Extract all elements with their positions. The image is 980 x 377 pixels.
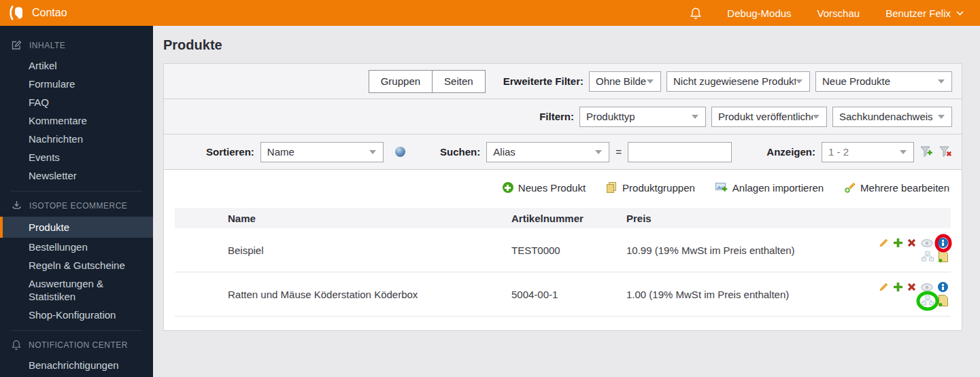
sidebar-item-faq[interactable]: FAQ — [0, 93, 153, 111]
products-table: Name Artikelnummer Preis Beispiel TEST00… — [164, 205, 962, 330]
sort-group: Sortieren: Name — [206, 142, 405, 162]
filter-row: Filtern: Produkttyp Produkt veröffentlic… — [164, 99, 962, 134]
info-icon[interactable] — [938, 238, 948, 248]
sidebar-item-nachrichten[interactable]: Nachrichten — [0, 130, 153, 148]
sidebar: INHALTE Artikel Formulare FAQ Kommentare… — [0, 26, 153, 377]
sidebar-item-gateways[interactable]: Gateways — [0, 374, 153, 377]
advanced-filter-row: Gruppen Seiten Erweiterte Filter: Ohne B… — [164, 64, 962, 99]
sidebar-item-produkte[interactable]: Produkte — [0, 217, 153, 238]
plus-circle-icon — [503, 182, 513, 193]
user-menu[interactable]: Benutzer Felix — [885, 7, 964, 19]
chevron-down-icon — [692, 115, 698, 119]
product-name: Ratten und Mäuse Köderstation Köderbox — [175, 289, 511, 300]
filter-ohne-bilder-select[interactable]: Ohne Bilder — [589, 71, 661, 92]
sidebar-item-newsletter[interactable]: Newsletter — [0, 166, 153, 185]
product-sku: TEST0000 — [511, 245, 626, 256]
info-icon[interactable] — [938, 282, 948, 292]
product-groups-link[interactable]: Produktgruppen — [606, 182, 695, 194]
pages-button[interactable]: Seiten — [433, 70, 486, 93]
notification-bell-icon[interactable] — [690, 7, 701, 20]
table-row: Ratten und Mäuse Köderstation Köderbox 5… — [175, 272, 951, 317]
chevron-down-icon — [938, 79, 945, 84]
sidebar-item-shop-konfiguration[interactable]: Shop-Konfiguration — [0, 306, 153, 324]
edit-icon — [12, 40, 22, 50]
view-switch-group: Gruppen Seiten — [369, 70, 486, 93]
sidebar-divider — [11, 330, 142, 331]
bell-icon — [12, 340, 21, 350]
col-preis: Preis — [626, 213, 842, 224]
sidebar-item-auswertungen-statistiken[interactable]: Auswertungen & Statistiken — [0, 274, 136, 306]
preview-link[interactable]: Vorschau — [817, 7, 860, 19]
variants-sitemap-icon[interactable] — [922, 295, 934, 306]
sidebar-item-artikel[interactable]: Artikel — [0, 56, 153, 75]
sidebar-section-notification-center: NOTIFICATION CENTER — [0, 332, 153, 356]
action-links-row: Neues Produkt Produktgruppen Anlagen imp… — [164, 170, 962, 205]
filter-add-icon[interactable] — [920, 146, 933, 158]
edit-icon[interactable] — [879, 238, 889, 248]
export-page-icon[interactable] — [939, 251, 948, 262]
display-group: Anzeigen: 1 - 2 — [766, 142, 952, 162]
debug-mode-link[interactable]: Debug-Modus — [727, 7, 791, 19]
equals-sign: = — [615, 146, 622, 158]
filter-label: Filtern: — [539, 111, 574, 122]
filter-remove-icon[interactable] — [939, 146, 952, 158]
chevron-down-icon — [938, 115, 945, 119]
copy-plus-icon[interactable] — [894, 283, 902, 291]
products-panel: Gruppen Seiten Erweiterte Filter: Ohne B… — [163, 63, 962, 331]
export-page-icon[interactable] — [939, 295, 948, 306]
user-menu-label: Benutzer Felix — [885, 7, 951, 19]
filter-neue-produkte-select[interactable]: Neue Produkte — [815, 71, 952, 92]
col-name: Name — [175, 213, 511, 224]
variants-sitemap-icon[interactable] — [922, 251, 934, 262]
download-icon — [12, 200, 22, 211]
import-images-icon — [715, 183, 728, 193]
chevron-down-icon — [647, 79, 654, 84]
filter-nicht-zugewiesene-select[interactable]: Nicht zugewiesene Produkte — [666, 71, 810, 92]
sidebar-item-kommentare[interactable]: Kommentare — [0, 111, 153, 130]
product-price: 10.99 (19% MwSt im Preis enthalten) — [626, 245, 842, 256]
table-row: Beispiel TEST0000 10.99 (19% MwSt im Pre… — [175, 228, 951, 272]
sidebar-item-bestellungen[interactable]: Bestellungen — [0, 238, 153, 256]
edit-multiple-icon — [844, 182, 856, 194]
contao-logo[interactable]: Contao — [0, 5, 67, 20]
chevron-down-icon — [595, 150, 602, 154]
filter-produkttyp-select[interactable]: Produkttyp — [579, 107, 706, 127]
chevron-down-icon — [369, 150, 376, 154]
edit-multiple-link[interactable]: Mehrere bearbeiten — [844, 182, 949, 194]
filter-sachkundenachweis-select[interactable]: Sachkundenachweis — [832, 107, 952, 127]
sidebar-section-inhalte: INHALTE — [0, 33, 153, 56]
visibility-eye-icon[interactable] — [921, 283, 933, 291]
filter-veroeffentlicht-select[interactable]: Produkt veröffentliche — [711, 107, 827, 127]
table-header: Name Artikelnummer Preis — [175, 208, 951, 228]
copy-plus-icon[interactable] — [894, 238, 902, 247]
new-product-link[interactable]: Neues Produkt — [503, 182, 586, 194]
chevron-down-icon — [956, 11, 964, 16]
sort-direction-icon[interactable] — [395, 147, 405, 157]
sidebar-item-formulare[interactable]: Formulare — [0, 75, 153, 93]
sidebar-item-benachrichtigungen[interactable]: Benachrichtigungen — [0, 356, 153, 374]
sidebar-item-regeln-gutscheine[interactable]: Regeln & Gutscheine — [0, 256, 153, 274]
sidebar-section-isotope: ISOTOPE ECOMMERCE — [0, 193, 153, 217]
import-assets-link[interactable]: Anlagen importieren — [715, 182, 824, 194]
groups-button[interactable]: Gruppen — [369, 70, 433, 93]
topbar: Contao Debug-Modus Vorschau Benutzer Fel… — [0, 0, 980, 26]
col-artikelnummer: Artikelnummer — [511, 213, 626, 224]
delete-icon[interactable] — [907, 238, 916, 247]
edit-icon[interactable] — [879, 282, 889, 292]
visibility-eye-icon[interactable] — [921, 239, 933, 247]
sort-select[interactable]: Name — [260, 142, 384, 162]
product-groups-icon — [606, 182, 618, 193]
search-value-input[interactable] — [628, 142, 732, 162]
display-label: Anzeigen: — [766, 146, 815, 158]
delete-icon[interactable] — [907, 283, 916, 291]
main-content: Produkte Gruppen Seiten Erweiterte Filte… — [153, 26, 980, 377]
sidebar-item-events[interactable]: Events — [0, 148, 153, 166]
page-title: Produkte — [163, 37, 980, 53]
product-price: 1.00 (19% MwSt im Preis enthalten) — [626, 289, 842, 300]
product-sku: 5004-00-1 — [511, 289, 626, 300]
chevron-down-icon — [813, 115, 820, 119]
advanced-filter-label: Erweiterte Filter: — [503, 75, 584, 87]
display-range-select[interactable]: 1 - 2 — [822, 142, 914, 162]
sort-search-row: Sortieren: Name Suchen: Alias = Anzeigen… — [164, 134, 962, 170]
search-field-select[interactable]: Alias — [486, 142, 609, 162]
